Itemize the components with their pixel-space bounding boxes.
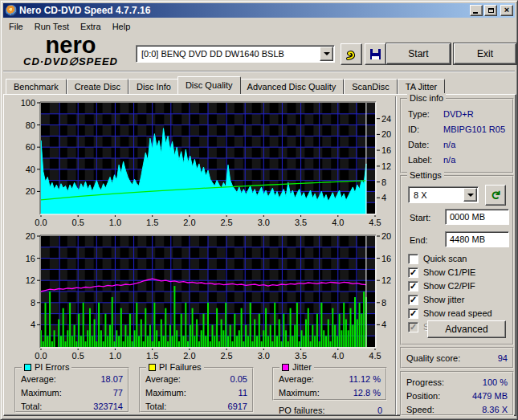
svg-text:8: 8 — [381, 177, 386, 187]
tab-benchmark[interactable]: Benchmark — [6, 79, 67, 94]
tab-ta-jitter[interactable]: TA Jitter — [398, 79, 446, 94]
menu-file[interactable]: File — [3, 20, 29, 33]
tab-disc-info[interactable]: Disc Info — [128, 79, 179, 94]
svg-text:4.0: 4.0 — [332, 218, 344, 227]
svg-text:3.5: 3.5 — [295, 218, 307, 227]
speed-value: 8.36 X — [482, 405, 508, 414]
progress-value: 100 % — [483, 377, 508, 387]
close-icon: × — [504, 6, 509, 14]
svg-text:4.0: 4.0 — [332, 351, 344, 361]
tab-disc-quality[interactable]: Disc Quality — [177, 76, 241, 94]
advanced-button[interactable]: Advanced — [427, 320, 506, 338]
disc-id-value: MBIPG101 R05 — [443, 124, 506, 134]
svg-text:12: 12 — [381, 275, 391, 285]
start-button[interactable]: Start — [386, 43, 451, 64]
pif-total-value: 6917 — [228, 402, 247, 411]
svg-text:4.5: 4.5 — [369, 218, 381, 227]
svg-text:0.0: 0.0 — [35, 351, 47, 361]
svg-text:2.5: 2.5 — [220, 351, 232, 361]
speed-label: Speed: — [406, 405, 434, 414]
check-icon: ✓ — [410, 268, 417, 277]
drive-select-drop-button[interactable] — [320, 47, 333, 61]
po-failures-value: 0 — [377, 406, 382, 415]
disc-id-label: ID: — [408, 124, 443, 134]
refresh-button[interactable]: ↻ — [485, 185, 506, 206]
pi-errors-title-text: PI Errors — [35, 362, 69, 372]
settings-title: Settings — [407, 170, 444, 180]
save-icon — [370, 49, 381, 59]
pi-errors-legend-swatch — [24, 364, 31, 371]
svg-text:24: 24 — [381, 114, 391, 124]
chevron-down-icon — [467, 194, 474, 197]
checkbox-show-jitter[interactable]: ✓ Show jitter — [408, 294, 464, 305]
disc-date-label: Date: — [408, 140, 443, 149]
disc-type-label: Type: — [408, 109, 443, 119]
pie-average-value: 18.07 — [100, 374, 123, 384]
pie-maximum-value: 77 — [113, 388, 123, 398]
jitter-average-value: 11.12 % — [349, 374, 381, 384]
checkbox-show-read-speed[interactable]: ✓ Show read speed — [408, 308, 492, 319]
pie-total-value: 323714 — [93, 402, 123, 411]
pie-maximum-label: Maximum: — [21, 388, 62, 398]
svg-text:3.0: 3.0 — [258, 218, 270, 227]
exit-button[interactable]: Exit — [454, 43, 516, 64]
end-position-field[interactable]: 4480 MB — [445, 231, 509, 247]
disc-info-group: Disc info Type:DVD+R ID:MBIPG101 R05 Dat… — [400, 98, 514, 173]
pi-failures-jitter-chart: 48121620481216200.00.51.01.52.02.53.03.5… — [9, 231, 398, 361]
pie-total-label: Total: — [21, 402, 42, 411]
drive-select[interactable]: [0:0] BENQ DVD DD DW1640 BSLB — [136, 45, 335, 63]
pi-errors-title: PI Errors — [22, 362, 71, 372]
disc-label-value: n/a — [443, 155, 506, 165]
disc-info-title: Disc info — [407, 93, 446, 103]
checkbox-show-c1-pie[interactable]: ✓ Show C1/PIE — [408, 267, 475, 278]
drive-select-value: [0:0] BENQ DVD DD DW1640 BSLB — [137, 49, 320, 59]
chevron-down-icon — [324, 52, 330, 55]
checkbox-box: ✓ — [408, 308, 418, 319]
svg-text:40: 40 — [26, 165, 35, 174]
menu-extra[interactable]: Extra — [75, 20, 107, 33]
po-failures-row: PO failures: 0 — [274, 403, 387, 417]
progress-label: Progress: — [406, 377, 444, 387]
pif-average-value: 0.05 — [230, 374, 247, 384]
pif-maximum-value: 11 — [239, 388, 247, 398]
svg-text:4: 4 — [381, 320, 386, 329]
svg-text:0.0: 0.0 — [35, 218, 47, 227]
spring-icon — [345, 48, 358, 61]
svg-text:16: 16 — [381, 254, 391, 263]
svg-text:4: 4 — [31, 320, 35, 329]
speed-select-drop-button[interactable] — [463, 188, 477, 202]
quality-score-panel: Quality score: 94 — [400, 347, 514, 369]
minimize-icon — [473, 12, 478, 14]
nero-app-icon — [6, 5, 17, 16]
checkbox-box: ✓ — [408, 295, 418, 305]
maximize-button[interactable] — [484, 5, 497, 16]
pi-failures-title-text: PI Failures — [159, 362, 202, 372]
svg-text:16: 16 — [26, 254, 35, 263]
speed-select[interactable]: 8 X — [408, 186, 479, 203]
spring-button[interactable] — [341, 43, 362, 65]
svg-text:20: 20 — [26, 231, 35, 241]
start-position-field[interactable]: 0000 MB — [445, 209, 509, 225]
svg-text:1.5: 1.5 — [146, 351, 158, 361]
speed-select-value: 8 X — [409, 190, 463, 200]
svg-text:2.0: 2.0 — [183, 351, 195, 361]
quality-score-label: Quality score: — [406, 353, 460, 363]
tab-advanced-disc-quality[interactable]: Advanced Disc Quality — [239, 79, 345, 94]
toolbar-separator — [3, 71, 515, 72]
menu-run-test[interactable]: Run Test — [29, 20, 75, 33]
menu-help[interactable]: Help — [107, 20, 137, 33]
svg-text:20: 20 — [381, 129, 391, 139]
pi-failures-title: PI Failures — [146, 362, 204, 372]
panel-divider — [395, 96, 397, 415]
minimize-button[interactable] — [470, 5, 483, 16]
checkbox-show-c2-pif[interactable]: ✓ Show C2/PIF — [408, 280, 475, 292]
svg-text:3.5: 3.5 — [295, 351, 307, 361]
tab-create-disc[interactable]: Create Disc — [67, 79, 128, 94]
pie-average-label: Average: — [21, 374, 56, 384]
checkbox-quick-scan[interactable]: ✓ Quick scan — [408, 253, 467, 264]
pi-errors-group: PI Errors Average:18.07 Maximum:77 Total… — [14, 367, 129, 413]
close-button[interactable]: × — [500, 5, 513, 16]
tab-scandisc[interactable]: ScanDisc — [344, 79, 397, 94]
checkbox-box: ✓ — [408, 322, 418, 332]
save-button[interactable] — [365, 43, 386, 65]
